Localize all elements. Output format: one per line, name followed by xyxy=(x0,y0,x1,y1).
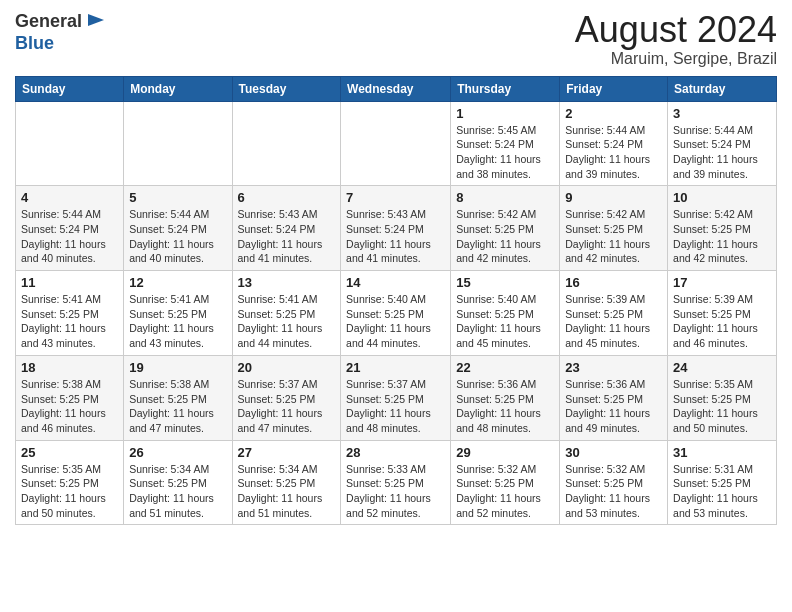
day-number: 20 xyxy=(238,360,336,375)
day-number: 23 xyxy=(565,360,662,375)
calendar-header-sunday: Sunday xyxy=(16,76,124,101)
day-info: Sunrise: 5:35 AMSunset: 5:25 PMDaylight:… xyxy=(673,377,771,436)
day-info: Sunrise: 5:33 AMSunset: 5:25 PMDaylight:… xyxy=(346,462,445,521)
day-number: 28 xyxy=(346,445,445,460)
day-number: 9 xyxy=(565,190,662,205)
calendar-cell: 30Sunrise: 5:32 AMSunset: 5:25 PMDayligh… xyxy=(560,440,668,525)
day-info: Sunrise: 5:31 AMSunset: 5:25 PMDaylight:… xyxy=(673,462,771,521)
day-number: 1 xyxy=(456,106,554,121)
day-number: 18 xyxy=(21,360,118,375)
calendar-cell: 25Sunrise: 5:35 AMSunset: 5:25 PMDayligh… xyxy=(16,440,124,525)
day-number: 14 xyxy=(346,275,445,290)
day-info: Sunrise: 5:41 AMSunset: 5:25 PMDaylight:… xyxy=(21,292,118,351)
calendar-week-row: 4Sunrise: 5:44 AMSunset: 5:24 PMDaylight… xyxy=(16,186,777,271)
day-info: Sunrise: 5:34 AMSunset: 5:25 PMDaylight:… xyxy=(129,462,226,521)
calendar-week-row: 25Sunrise: 5:35 AMSunset: 5:25 PMDayligh… xyxy=(16,440,777,525)
page: General Blue August 2024 Maruim, Sergipe… xyxy=(0,0,792,540)
day-info: Sunrise: 5:38 AMSunset: 5:25 PMDaylight:… xyxy=(129,377,226,436)
calendar-subtitle: Maruim, Sergipe, Brazil xyxy=(575,50,777,68)
day-info: Sunrise: 5:36 AMSunset: 5:25 PMDaylight:… xyxy=(565,377,662,436)
calendar-cell: 18Sunrise: 5:38 AMSunset: 5:25 PMDayligh… xyxy=(16,355,124,440)
day-number: 12 xyxy=(129,275,226,290)
day-number: 7 xyxy=(346,190,445,205)
logo-flag-icon xyxy=(84,10,108,34)
calendar-table: SundayMondayTuesdayWednesdayThursdayFrid… xyxy=(15,76,777,526)
day-info: Sunrise: 5:40 AMSunset: 5:25 PMDaylight:… xyxy=(456,292,554,351)
day-info: Sunrise: 5:37 AMSunset: 5:25 PMDaylight:… xyxy=(346,377,445,436)
day-number: 2 xyxy=(565,106,662,121)
logo-blue-text: Blue xyxy=(15,33,54,53)
day-info: Sunrise: 5:37 AMSunset: 5:25 PMDaylight:… xyxy=(238,377,336,436)
day-number: 22 xyxy=(456,360,554,375)
day-number: 25 xyxy=(21,445,118,460)
day-info: Sunrise: 5:35 AMSunset: 5:25 PMDaylight:… xyxy=(21,462,118,521)
calendar-cell: 29Sunrise: 5:32 AMSunset: 5:25 PMDayligh… xyxy=(451,440,560,525)
day-number: 15 xyxy=(456,275,554,290)
day-info: Sunrise: 5:39 AMSunset: 5:25 PMDaylight:… xyxy=(673,292,771,351)
calendar-cell: 7Sunrise: 5:43 AMSunset: 5:24 PMDaylight… xyxy=(341,186,451,271)
calendar-cell: 11Sunrise: 5:41 AMSunset: 5:25 PMDayligh… xyxy=(16,271,124,356)
day-number: 16 xyxy=(565,275,662,290)
calendar-header-monday: Monday xyxy=(124,76,232,101)
calendar-header-thursday: Thursday xyxy=(451,76,560,101)
calendar-cell: 13Sunrise: 5:41 AMSunset: 5:25 PMDayligh… xyxy=(232,271,341,356)
day-number: 3 xyxy=(673,106,771,121)
calendar-cell: 19Sunrise: 5:38 AMSunset: 5:25 PMDayligh… xyxy=(124,355,232,440)
calendar-cell: 21Sunrise: 5:37 AMSunset: 5:25 PMDayligh… xyxy=(341,355,451,440)
day-info: Sunrise: 5:39 AMSunset: 5:25 PMDaylight:… xyxy=(565,292,662,351)
day-info: Sunrise: 5:32 AMSunset: 5:25 PMDaylight:… xyxy=(565,462,662,521)
calendar-header-saturday: Saturday xyxy=(668,76,777,101)
calendar-cell: 17Sunrise: 5:39 AMSunset: 5:25 PMDayligh… xyxy=(668,271,777,356)
day-info: Sunrise: 5:44 AMSunset: 5:24 PMDaylight:… xyxy=(21,207,118,266)
calendar-cell: 12Sunrise: 5:41 AMSunset: 5:25 PMDayligh… xyxy=(124,271,232,356)
calendar-cell xyxy=(232,101,341,186)
day-info: Sunrise: 5:44 AMSunset: 5:24 PMDaylight:… xyxy=(673,123,771,182)
calendar-week-row: 1Sunrise: 5:45 AMSunset: 5:24 PMDaylight… xyxy=(16,101,777,186)
day-number: 26 xyxy=(129,445,226,460)
calendar-cell: 22Sunrise: 5:36 AMSunset: 5:25 PMDayligh… xyxy=(451,355,560,440)
day-info: Sunrise: 5:45 AMSunset: 5:24 PMDaylight:… xyxy=(456,123,554,182)
day-info: Sunrise: 5:41 AMSunset: 5:25 PMDaylight:… xyxy=(129,292,226,351)
day-number: 24 xyxy=(673,360,771,375)
day-info: Sunrise: 5:43 AMSunset: 5:24 PMDaylight:… xyxy=(238,207,336,266)
calendar-cell: 16Sunrise: 5:39 AMSunset: 5:25 PMDayligh… xyxy=(560,271,668,356)
calendar-cell: 23Sunrise: 5:36 AMSunset: 5:25 PMDayligh… xyxy=(560,355,668,440)
calendar-cell: 2Sunrise: 5:44 AMSunset: 5:24 PMDaylight… xyxy=(560,101,668,186)
day-info: Sunrise: 5:42 AMSunset: 5:25 PMDaylight:… xyxy=(673,207,771,266)
calendar-cell: 4Sunrise: 5:44 AMSunset: 5:24 PMDaylight… xyxy=(16,186,124,271)
day-info: Sunrise: 5:42 AMSunset: 5:25 PMDaylight:… xyxy=(456,207,554,266)
day-info: Sunrise: 5:42 AMSunset: 5:25 PMDaylight:… xyxy=(565,207,662,266)
day-number: 31 xyxy=(673,445,771,460)
calendar-title: August 2024 xyxy=(575,10,777,50)
calendar-header-wednesday: Wednesday xyxy=(341,76,451,101)
calendar-header-tuesday: Tuesday xyxy=(232,76,341,101)
day-number: 21 xyxy=(346,360,445,375)
svg-marker-0 xyxy=(88,14,104,26)
day-number: 13 xyxy=(238,275,336,290)
calendar-cell xyxy=(16,101,124,186)
calendar-cell: 26Sunrise: 5:34 AMSunset: 5:25 PMDayligh… xyxy=(124,440,232,525)
calendar-cell: 20Sunrise: 5:37 AMSunset: 5:25 PMDayligh… xyxy=(232,355,341,440)
day-number: 29 xyxy=(456,445,554,460)
day-number: 19 xyxy=(129,360,226,375)
day-info: Sunrise: 5:34 AMSunset: 5:25 PMDaylight:… xyxy=(238,462,336,521)
calendar-cell: 5Sunrise: 5:44 AMSunset: 5:24 PMDaylight… xyxy=(124,186,232,271)
day-info: Sunrise: 5:38 AMSunset: 5:25 PMDaylight:… xyxy=(21,377,118,436)
logo: General Blue xyxy=(15,10,108,54)
day-number: 4 xyxy=(21,190,118,205)
calendar-cell: 24Sunrise: 5:35 AMSunset: 5:25 PMDayligh… xyxy=(668,355,777,440)
day-number: 5 xyxy=(129,190,226,205)
day-info: Sunrise: 5:40 AMSunset: 5:25 PMDaylight:… xyxy=(346,292,445,351)
day-info: Sunrise: 5:43 AMSunset: 5:24 PMDaylight:… xyxy=(346,207,445,266)
header: General Blue August 2024 Maruim, Sergipe… xyxy=(15,10,777,68)
calendar-cell: 14Sunrise: 5:40 AMSunset: 5:25 PMDayligh… xyxy=(341,271,451,356)
day-info: Sunrise: 5:44 AMSunset: 5:24 PMDaylight:… xyxy=(565,123,662,182)
calendar-cell: 10Sunrise: 5:42 AMSunset: 5:25 PMDayligh… xyxy=(668,186,777,271)
calendar-cell: 28Sunrise: 5:33 AMSunset: 5:25 PMDayligh… xyxy=(341,440,451,525)
day-number: 27 xyxy=(238,445,336,460)
calendar-cell: 9Sunrise: 5:42 AMSunset: 5:25 PMDaylight… xyxy=(560,186,668,271)
calendar-cell: 3Sunrise: 5:44 AMSunset: 5:24 PMDaylight… xyxy=(668,101,777,186)
calendar-cell: 1Sunrise: 5:45 AMSunset: 5:24 PMDaylight… xyxy=(451,101,560,186)
calendar-header-row: SundayMondayTuesdayWednesdayThursdayFrid… xyxy=(16,76,777,101)
day-number: 17 xyxy=(673,275,771,290)
